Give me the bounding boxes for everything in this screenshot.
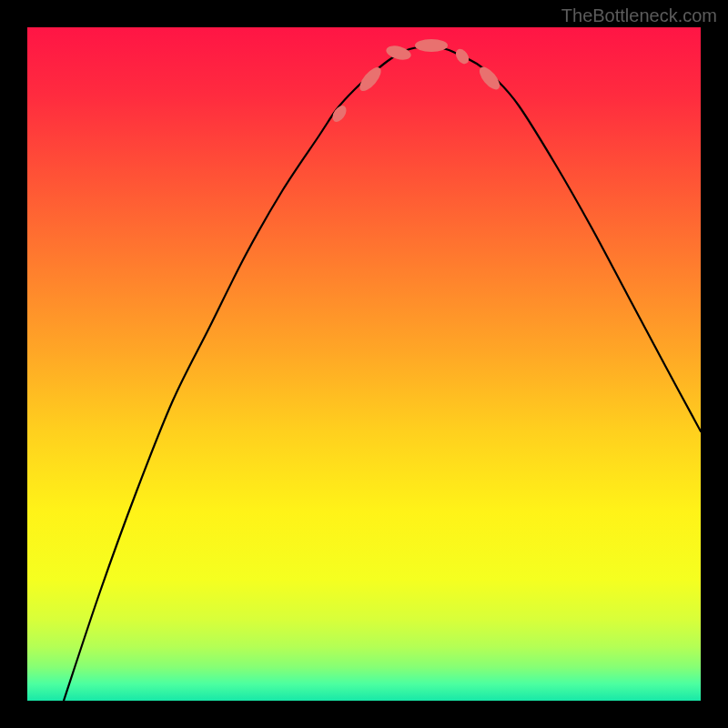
left-pill-large	[356, 64, 384, 95]
watermark-text: TheBottleneck.com	[561, 5, 717, 26]
markers-group	[329, 39, 503, 125]
plot-area	[27, 27, 701, 701]
right-pill-small	[453, 46, 471, 66]
curve-layer	[27, 27, 701, 701]
right-pill-large	[476, 64, 503, 93]
chart-frame: TheBottleneck.com	[0, 0, 728, 728]
bottleneck-curve	[64, 47, 701, 701]
bottom-pill-2	[415, 39, 448, 52]
